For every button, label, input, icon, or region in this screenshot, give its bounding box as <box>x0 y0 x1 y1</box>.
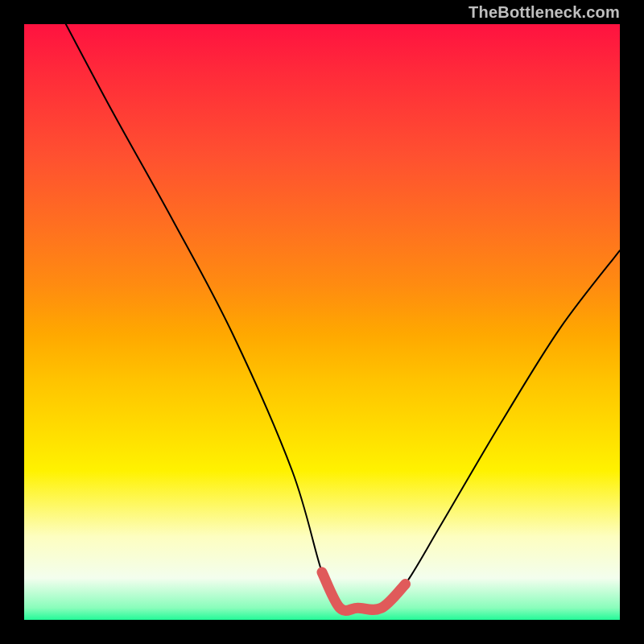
optimal-band <box>322 572 406 611</box>
chart-plot-area <box>24 24 620 620</box>
chart-svg <box>24 24 620 620</box>
bottleneck-curve <box>66 24 620 610</box>
watermark-text: TheBottleneck.com <box>469 3 620 22</box>
chart-frame: TheBottleneck.com <box>0 0 644 644</box>
